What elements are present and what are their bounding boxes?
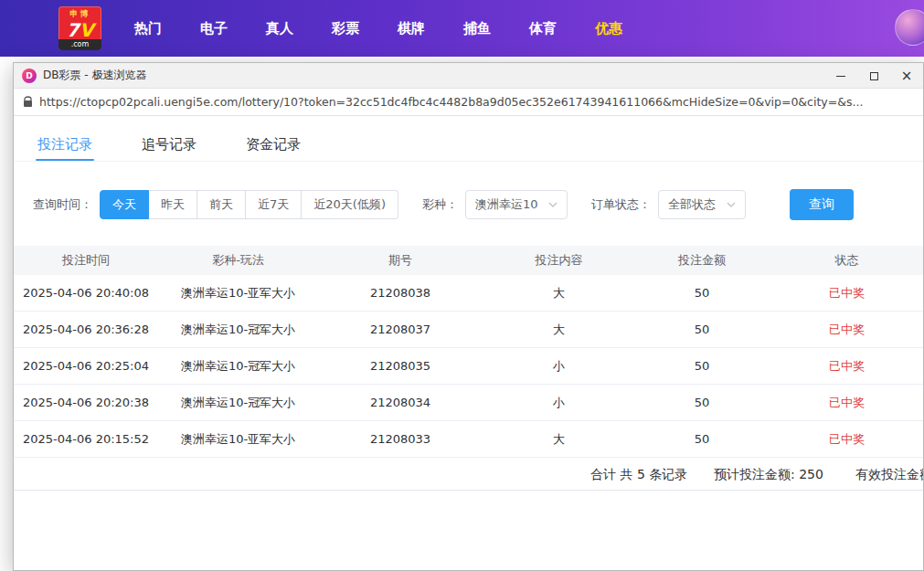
record-tabs: 投注记录 追号记录 资金记录 bbox=[14, 116, 923, 162]
cell-bet-time: 2025-04-06 20:36:28 bbox=[14, 323, 158, 336]
cell-bet-time: 2025-04-06 20:40:08 bbox=[14, 286, 158, 300]
status-filter-label: 订单状态： bbox=[591, 196, 651, 213]
maximize-button[interactable] bbox=[857, 63, 890, 89]
order-status-select[interactable]: 全部状态 bbox=[658, 190, 746, 219]
cell-bet-amount: 50 bbox=[635, 396, 769, 409]
lottery-select[interactable]: 澳洲幸运10 bbox=[465, 190, 568, 219]
site-top-banner: 申博 7V .com 热门 电子 真人 彩票 棋牌 捕鱼 体育 优惠 bbox=[0, 0, 924, 57]
browser-window: D DB彩票 - 极速浏览器 × https://ctopcp02pcali.u… bbox=[13, 62, 924, 571]
table-body: 2025-04-06 20:40:08 澳洲幸运10-亚军大小 21208038… bbox=[14, 275, 924, 458]
cell-bet-amount: 50 bbox=[635, 286, 769, 300]
cell-bet-time: 2025-04-06 20:20:38 bbox=[14, 396, 158, 409]
nav-item-sports[interactable]: 体育 bbox=[510, 0, 576, 57]
cell-bet-amount: 50 bbox=[635, 323, 769, 336]
logo-main-text: 7V bbox=[67, 22, 93, 38]
cell-bet-content: 大 bbox=[483, 431, 635, 448]
table-row: 2025-04-06 20:15:52 澳洲幸运10-亚军大小 21208033… bbox=[14, 421, 924, 458]
order-status-value: 全部状态 bbox=[668, 196, 716, 213]
lottery-select-value: 澳洲幸运10 bbox=[475, 196, 538, 213]
address-bar[interactable]: https://ctopcp02pcali.uengi5e.com/lotter… bbox=[14, 89, 923, 116]
chevron-down-icon bbox=[727, 202, 736, 207]
nav-item-fishing[interactable]: 捕鱼 bbox=[444, 0, 510, 57]
cell-issue: 21208037 bbox=[318, 323, 483, 336]
table-row: 2025-04-06 20:25:04 澳洲幸运10-冠军大小 21208035… bbox=[14, 348, 924, 385]
minimize-icon bbox=[836, 76, 845, 77]
table-row: 2025-04-06 20:20:38 澳洲幸运10-冠军大小 21208034… bbox=[14, 385, 924, 421]
logo-sub-text: .com bbox=[58, 39, 101, 50]
cell-bet-content: 小 bbox=[483, 358, 635, 375]
time-option-20days[interactable]: 近20天(低频) bbox=[302, 190, 398, 219]
nav-item-hot[interactable]: 热门 bbox=[115, 0, 181, 57]
time-filter-label: 查询时间： bbox=[33, 196, 92, 213]
cell-bet-time: 2025-04-06 20:25:04 bbox=[14, 359, 158, 373]
cell-lottery-play: 澳洲幸运10-亚军大小 bbox=[158, 285, 318, 301]
cell-status: 已中奖 bbox=[769, 358, 924, 375]
table-row: 2025-04-06 20:40:08 澳洲幸运10-亚军大小 21208038… bbox=[14, 275, 924, 312]
browser-tab-icon: D bbox=[22, 69, 37, 83]
close-button[interactable]: × bbox=[890, 63, 923, 89]
cell-status: 已中奖 bbox=[769, 285, 924, 301]
header-bet-time: 投注时间 bbox=[14, 252, 158, 269]
tab-chase-records[interactable]: 追号记录 bbox=[140, 129, 198, 161]
minimize-button[interactable] bbox=[824, 63, 857, 89]
table-row: 2025-04-06 20:36:28 澳洲幸运10-冠军大小 21208037… bbox=[14, 312, 924, 348]
header-bet-content: 投注内容 bbox=[483, 252, 635, 269]
header-issue: 期号 bbox=[318, 252, 483, 269]
cell-lottery-play: 澳洲幸运10-冠军大小 bbox=[158, 395, 318, 411]
header-bet-amount: 投注金额 bbox=[635, 252, 769, 269]
nav-item-promo[interactable]: 优惠 bbox=[576, 0, 642, 57]
cell-status: 已中奖 bbox=[769, 395, 924, 411]
user-avatar[interactable] bbox=[895, 9, 924, 46]
cell-bet-content: 小 bbox=[483, 395, 635, 411]
bet-records-table: 投注时间 彩种-玩法 期号 投注内容 投注金额 状态 2025-04-06 20… bbox=[14, 246, 924, 458]
tab-fund-records[interactable]: 资金记录 bbox=[244, 129, 303, 161]
summary-total: 合计 共 5 条记录 bbox=[590, 467, 687, 483]
cell-status: 已中奖 bbox=[769, 431, 924, 448]
lottery-filter-label: 彩种： bbox=[422, 196, 458, 213]
cell-issue: 21208034 bbox=[318, 396, 483, 409]
site-logo[interactable]: 申博 7V .com bbox=[58, 6, 101, 50]
url-text: https://ctopcp02pcali.uengi5e.com/lotter… bbox=[39, 95, 863, 109]
cell-bet-content: 大 bbox=[483, 322, 635, 338]
time-option-daybefore[interactable]: 前天 bbox=[197, 190, 246, 219]
cell-lottery-play: 澳洲幸运10-亚军大小 bbox=[158, 431, 318, 448]
filter-bar: 查询时间： 今天 昨天 前天 近7天 近20天(低频) 彩种： 澳洲幸运10 订… bbox=[14, 189, 923, 220]
nav-item-lottery[interactable]: 彩票 bbox=[313, 0, 378, 57]
nav-item-live[interactable]: 真人 bbox=[247, 0, 313, 57]
cell-bet-time: 2025-04-06 20:15:52 bbox=[14, 432, 158, 446]
query-button[interactable]: 查询 bbox=[790, 189, 854, 220]
time-option-today[interactable]: 今天 bbox=[100, 190, 149, 219]
window-title: DB彩票 - 极速浏览器 bbox=[43, 68, 146, 83]
cell-bet-amount: 50 bbox=[635, 359, 769, 373]
cell-bet-content: 大 bbox=[483, 285, 635, 301]
summary-valid-amount: 有效投注金额 bbox=[855, 467, 924, 483]
cell-status: 已中奖 bbox=[769, 322, 924, 338]
cell-bet-amount: 50 bbox=[635, 432, 769, 446]
cell-issue: 21208033 bbox=[318, 432, 483, 446]
window-titlebar[interactable]: D DB彩票 - 极速浏览器 × bbox=[14, 63, 923, 89]
header-status: 状态 bbox=[769, 252, 924, 269]
cell-lottery-play: 澳洲幸运10-冠军大小 bbox=[158, 322, 318, 338]
time-option-yesterday[interactable]: 昨天 bbox=[149, 190, 197, 219]
table-header-row: 投注时间 彩种-玩法 期号 投注内容 投注金额 状态 bbox=[14, 246, 924, 275]
close-icon: × bbox=[901, 69, 913, 83]
time-option-7days[interactable]: 近7天 bbox=[246, 190, 302, 219]
chevron-down-icon bbox=[548, 202, 558, 207]
summary-expected-amount: 预计投注金额: 250 bbox=[714, 467, 823, 483]
window-controls: × bbox=[824, 63, 923, 89]
lock-icon bbox=[23, 96, 33, 108]
maximize-icon bbox=[870, 72, 878, 80]
main-nav: 热门 电子 真人 彩票 棋牌 捕鱼 体育 优惠 bbox=[115, 0, 642, 57]
summary-bar: 合计 共 5 条记录 预计投注金额: 250 有效投注金额 bbox=[14, 458, 923, 491]
cell-issue: 21208038 bbox=[318, 286, 483, 300]
time-filter-group: 今天 昨天 前天 近7天 近20天(低频) bbox=[100, 190, 398, 219]
nav-item-slots[interactable]: 电子 bbox=[181, 0, 247, 57]
tab-bet-records[interactable]: 投注记录 bbox=[36, 129, 94, 161]
nav-item-cards[interactable]: 棋牌 bbox=[378, 0, 444, 57]
header-lottery-play: 彩种-玩法 bbox=[158, 252, 318, 269]
cell-lottery-play: 澳洲幸运10-冠军大小 bbox=[158, 358, 318, 375]
cell-issue: 21208035 bbox=[318, 359, 483, 373]
